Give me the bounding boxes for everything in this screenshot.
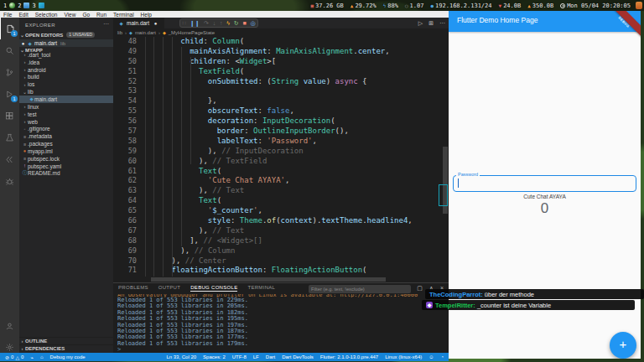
status-lf[interactable]: LF [253, 354, 259, 359]
dart-file-icon: ◆ [27, 41, 33, 46]
editor-more-icon[interactable]: ⋯ [439, 20, 445, 27]
tree-item-.gitignore[interactable]: ◦.gitignore [19, 125, 113, 132]
stat-network: ●192.168.2.131/24 [430, 3, 491, 9]
sidebar-more-icon[interactable]: ⋯ [103, 21, 109, 28]
tree-item-test[interactable]: ›test [19, 111, 113, 118]
tab-main-dart[interactable]: ◆ main.dart ● [113, 18, 164, 28]
menu-terminal[interactable]: Terminal [110, 12, 138, 18]
step-out-icon[interactable]: ↑ [220, 19, 223, 27]
workspace-1[interactable]: 1 [3, 3, 7, 9]
chevron-icon: › [22, 111, 28, 116]
bottom-panel: PROBLEMSOUTPUTDEBUG CONSOLETERMINAL Filt… [113, 282, 449, 353]
menu-go[interactable]: Go [79, 12, 93, 18]
caption-text: Cute Chat AYAYA [449, 194, 641, 199]
status-dart[interactable]: Dart DevTools [282, 354, 314, 359]
step-into-icon[interactable]: ↓ [213, 19, 216, 27]
step-over-icon[interactable]: ↷ [204, 19, 209, 27]
split-editor-icon[interactable]: ⊞ [428, 20, 434, 27]
clock-icon [560, 3, 565, 8]
pause-icon[interactable]: ❙❙ [190, 19, 200, 27]
editor-hscrollbar[interactable] [151, 277, 386, 282]
run-debug-icon[interactable]: 1 [0, 83, 19, 105]
status-dart[interactable]: Dart [266, 354, 275, 359]
extensions-icon[interactable] [0, 105, 19, 127]
home-icon[interactable]: ⌂ [40, 354, 44, 359]
run-file-icon[interactable]: ▷ [418, 20, 423, 27]
tree-item-.packages[interactable]: ≡.packages [19, 140, 113, 147]
bolt-icon: ϟ [383, 3, 387, 8]
menu-file[interactable]: File [0, 12, 15, 18]
panel-tab-problems[interactable]: PROBLEMS [118, 285, 148, 292]
console-filter-input[interactable]: Filter (e.g. text, !exclude) [309, 285, 411, 293]
restart-icon[interactable]: ↻ [234, 19, 239, 27]
chat-message: TheCodingParrot: über der methode [425, 289, 644, 299]
status-spaces[interactable]: Spaces: 2 [203, 354, 226, 359]
menu-selection[interactable]: Selection [32, 12, 61, 18]
hot-reload-icon[interactable]: ϟ [226, 19, 230, 27]
tree-item-linux[interactable]: ›linux [19, 103, 113, 111]
tree-item-.dart_tool[interactable]: ›.dart_tool [19, 51, 113, 59]
drag-handle-icon[interactable]: ∷ [182, 19, 185, 27]
breadcrumb[interactable]: lib›◆main.dart›◆_MyHomePageState [117, 28, 215, 37]
panel-tab-debug-console[interactable]: DEBUG CONSOLE [190, 285, 237, 292]
panel-tab-output[interactable]: OUTPUT [158, 285, 180, 292]
status-utf-8[interactable]: UTF-8 [232, 354, 247, 359]
status-ln[interactable]: Ln 33, Col 20 [166, 354, 196, 359]
workspaces: 123 [3, 3, 44, 9]
source-control-icon[interactable] [0, 61, 19, 83]
password-field[interactable] [453, 175, 636, 192]
tree-item-myapp.iml[interactable]: ●myapp.iml [19, 147, 113, 155]
download-icon: ▼ [499, 3, 502, 8]
menu-edit[interactable]: Edit [15, 12, 31, 18]
account-icon[interactable] [0, 315, 19, 337]
workspace-3[interactable]: 3 [32, 3, 35, 9]
status-flutter[interactable]: Flutter: 2.1.0-13.0.pre.447 [320, 354, 378, 359]
tree-item-ios[interactable]: ›ios [19, 80, 113, 88]
tree-item-build[interactable]: ›build [19, 74, 113, 81]
status-linux[interactable]: Linux (linux-x64) [385, 354, 422, 359]
tree-item-README.md[interactable]: ⓘREADME.md [19, 170, 113, 178]
system-bar: 123 ▦37.26 GB▲29.72%ϟ88%○1.07●192.168.2.… [0, 0, 644, 11]
remote-explorer-icon[interactable] [0, 148, 19, 170]
ports-icon[interactable]: ⌁ [30, 354, 34, 360]
desktop: 123 ▦37.26 GB▲29.72%ϟ88%○1.07●192.168.2.… [0, 0, 644, 362]
stop-icon[interactable]: ■ [242, 19, 246, 27]
problems-status[interactable]: ⊘0△0 [5, 354, 23, 360]
feedback-icon[interactable]: ☺ [428, 354, 434, 359]
tray-icon[interactable] [636, 2, 642, 9]
tree-item-.metadata[interactable]: ≡.metadata [19, 132, 113, 140]
tree-item-android[interactable]: ›android [19, 66, 113, 74]
tab-label: main.dart [127, 20, 149, 26]
tree-item-pubspec.lock[interactable]: ≡pubspec.lock [19, 155, 113, 163]
tree-item-main.dart[interactable]: ◆main.dart [19, 96, 113, 103]
explorer-icon[interactable]: 1 [0, 18, 19, 39]
fab-button[interactable]: + [610, 332, 636, 359]
section-outline[interactable]: ›OUTLINE [19, 337, 113, 344]
menu-run[interactable]: Run [93, 12, 110, 18]
panel-tabs: PROBLEMSOUTPUTDEBUG CONSOLETERMINAL [118, 285, 275, 292]
launch-config[interactable]: Debug my code [50, 354, 86, 359]
memory-icon: ▦ [310, 3, 314, 8]
workspace-2[interactable]: 2 [18, 3, 21, 9]
panel-tab-terminal[interactable]: TERMINAL [247, 285, 275, 292]
bug-icon[interactable] [0, 170, 19, 192]
tree-item-web[interactable]: ›web [19, 118, 113, 126]
menu-help[interactable]: Help [138, 12, 155, 18]
tree-item-pubspec.yaml[interactable]: !pubspec.yaml [19, 163, 113, 170]
inspect-widget-icon[interactable]: ◎ [250, 19, 255, 27]
bell-icon[interactable]: ◔ [440, 354, 444, 359]
password-label: Password [456, 172, 480, 177]
section-dependencies[interactable]: ›DEPENDENCIES [19, 344, 113, 352]
modified-dot-icon: ● [19, 41, 27, 46]
debug-console-output[interactable]: An Observatory debugger and profiler on … [117, 294, 444, 353]
activity-bar: 1 1 [0, 18, 19, 361]
dart-file-icon: ◆ [129, 30, 132, 35]
open-editors-header[interactable]: ⌄ OPEN EDITORS 1 UNSAVED [19, 31, 113, 39]
menu-view[interactable]: View [60, 12, 79, 18]
tree-item-lib[interactable]: ⌄lib [19, 88, 113, 96]
search-icon[interactable] [0, 39, 19, 61]
explorer-badge: 1 [11, 30, 18, 37]
tree-item-.idea[interactable]: ›.idea [19, 59, 113, 66]
test-beaker-icon[interactable] [0, 127, 19, 148]
gitignore-icon: ◦ [22, 127, 28, 132]
